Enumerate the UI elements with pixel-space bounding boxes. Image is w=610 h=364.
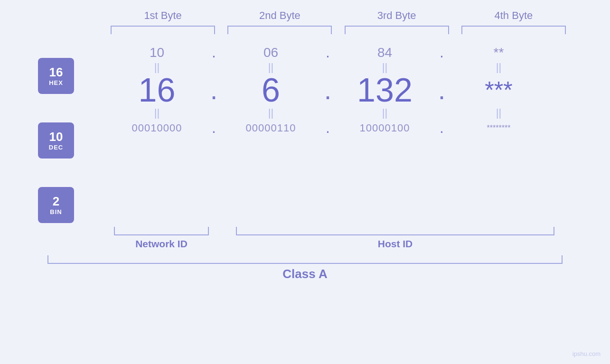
- bin-b4: ********: [451, 124, 546, 132]
- hex-b1: 10: [110, 45, 205, 60]
- dec-b4: ***: [451, 78, 546, 102]
- main-values: 16 HEX 10 DEC 2 BIN 10 .: [38, 44, 572, 223]
- dot-hex-1: .: [205, 44, 224, 61]
- class-section: Class A: [43, 255, 567, 281]
- bin-badge: 2 BIN: [38, 187, 74, 223]
- badges-column: 16 HEX 10 DEC 2 BIN: [38, 44, 74, 223]
- byte1-header: 1st Byte: [111, 9, 215, 22]
- dot-hex-2: .: [319, 44, 338, 61]
- equals-row-2: || || || ||: [84, 107, 572, 119]
- bracket-top-3: [345, 26, 449, 34]
- bracket-top-2: [227, 26, 332, 34]
- main-container: 1st Byte 2nd Byte 3rd Byte 4th Byte 16 H…: [0, 0, 610, 364]
- class-label: Class A: [47, 267, 563, 281]
- bracket-top-4: [461, 26, 566, 34]
- dec-row: 16 . 6 . 132 . ***: [84, 74, 572, 107]
- byte3-header: 3rd Byte: [345, 9, 449, 22]
- dot-dec-3: .: [432, 77, 451, 103]
- bin-b3: 10000100: [338, 122, 432, 134]
- bottom-brackets-row: Network ID Host ID: [104, 227, 572, 250]
- network-id-label: Network ID: [135, 238, 188, 250]
- host-id-label: Host ID: [378, 238, 413, 250]
- bracket-top-1: [111, 26, 215, 34]
- byte4-header: 4th Byte: [461, 9, 566, 22]
- network-bracket: [114, 227, 209, 235]
- dot-bin-1: .: [205, 119, 224, 137]
- host-bracket-group: Host ID: [218, 227, 572, 250]
- dot-dec-1: .: [205, 77, 224, 103]
- hex-badge: 16 HEX: [38, 58, 74, 94]
- dec-b2: 6: [224, 74, 319, 107]
- dot-hex-3: .: [432, 44, 451, 61]
- dec-b3: 132: [338, 74, 432, 107]
- byte-headers: 1st Byte 2nd Byte 3rd Byte 4th Byte: [38, 9, 572, 22]
- hex-b2: 06: [224, 45, 319, 60]
- dec-badge: 10 DEC: [38, 122, 74, 159]
- bin-b2: 00000110: [224, 122, 319, 134]
- hex-row: 10 . 06 . 84 . **: [84, 44, 572, 61]
- hex-b4: **: [451, 45, 546, 60]
- bin-b1: 00010000: [110, 122, 205, 134]
- top-brackets: [38, 26, 572, 34]
- dec-b1: 16: [110, 74, 205, 107]
- hex-b3: 84: [338, 45, 432, 60]
- dot-bin-3: .: [432, 119, 451, 137]
- host-bracket: [236, 227, 554, 235]
- byte2-header: 2nd Byte: [227, 9, 332, 22]
- watermark: ipshu.com: [572, 350, 601, 357]
- dot-dec-2: .: [319, 77, 338, 103]
- network-bracket-group: Network ID: [104, 227, 218, 250]
- dot-bin-2: .: [319, 119, 338, 137]
- bin-row: 00010000 . 00000110 . 10000100 .: [84, 119, 572, 137]
- bottom-brackets-section: Network ID Host ID: [38, 227, 572, 250]
- class-bracket: [47, 255, 563, 264]
- values-grid: 10 . 06 . 84 . **: [84, 44, 572, 137]
